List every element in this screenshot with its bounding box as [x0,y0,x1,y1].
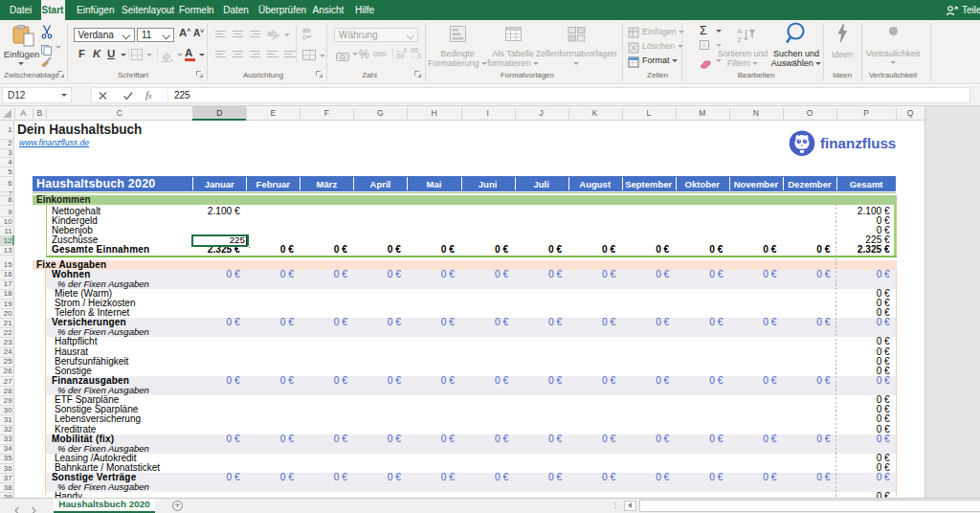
svg-text:A: A [737,27,743,35]
svg-text:Z: Z [737,35,742,44]
svg-text:finanzfluss: finanzfluss [820,135,896,151]
